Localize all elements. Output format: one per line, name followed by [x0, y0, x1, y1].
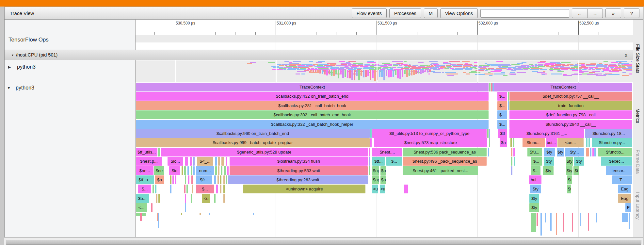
flame-event-bar[interactable]: $iostream.py:334 flush: [230, 157, 368, 166]
nav-forward-button[interactable]: →: [588, 8, 603, 18]
flame-event-sliver[interactable]: [172, 175, 174, 184]
flame-event-sliver[interactable]: [508, 101, 509, 110]
search-input[interactable]: [480, 9, 569, 18]
flame-event-bar[interactable]: bui...: [546, 138, 557, 147]
flame-event-sliver[interactable]: [158, 194, 160, 203]
flame-event-bar[interactable]: $tf_utils.py:513 to_numpy_or_python_type: [372, 129, 487, 138]
flame-event-bar[interactable]: $nest.py:461 _packed_nest...: [403, 166, 478, 175]
flame-event-bar[interactable]: T...: [612, 175, 632, 184]
flame-event-bar[interactable]: $t: [567, 175, 572, 184]
flame-event-bar[interactable]: $threading.py:533 wait: [230, 166, 368, 175]
flame-event-sliver[interactable]: [153, 185, 154, 193]
flame-event-bar[interactable]: $ty: [566, 157, 573, 166]
flame-event-bar[interactable]: $tf: [498, 129, 507, 138]
flame-event-sliver[interactable]: [537, 213, 538, 226]
flame-event-sliver[interactable]: [193, 157, 195, 166]
flame-event-bar[interactable]: $...: [531, 166, 540, 175]
flame-event-bar[interactable]: $ty: [529, 194, 539, 203]
flame-event-bar[interactable]: $ty...: [565, 148, 584, 156]
flame-event-bar[interactable]: <u: [372, 185, 378, 193]
flame-event-bar[interactable]: E: [625, 203, 631, 212]
flame-event-bar[interactable]: $ty: [529, 203, 539, 212]
sidebar-thread-collapsed[interactable]: ▶python3: [5, 61, 136, 73]
view-options-button[interactable]: View Options: [440, 8, 478, 18]
flame-event-sliver[interactable]: [187, 166, 189, 175]
flame-event-bar[interactable]: $function.py...: [592, 138, 632, 147]
flame-event-sliver[interactable]: [191, 175, 193, 184]
flame-event-bar[interactable]: $...: [386, 157, 402, 166]
sidebar-thread-expanded[interactable]: ▼python3: [5, 82, 136, 93]
flame-event-bar[interactable]: $t: [573, 166, 579, 175]
flame-event-bar[interactable]: Eag: [618, 194, 631, 203]
flame-event-sliver[interactable]: [545, 213, 546, 222]
flame-event-sliver[interactable]: [586, 138, 588, 147]
flame-event-sliver[interactable]: [590, 148, 591, 156]
flame-event-sliver[interactable]: [588, 138, 590, 147]
flame-event-bar[interactable]: TraceContext: [494, 83, 632, 91]
flame-event-bar[interactable]: $tf...: [372, 157, 385, 166]
flame-event-sliver[interactable]: [369, 148, 370, 156]
flame-event-bar[interactable]: $ne...: [136, 166, 153, 175]
flame-event-bar[interactable]: $...: [497, 92, 507, 101]
flame-event-sliver[interactable]: [370, 129, 372, 138]
flame-event-bar[interactable]: $t: [567, 185, 571, 193]
flame-event-sliver[interactable]: [588, 213, 589, 231]
flame-event-sliver[interactable]: [140, 213, 142, 221]
flame-event-sliver[interactable]: [220, 175, 221, 184]
flame-event-sliver[interactable]: [369, 166, 370, 175]
flame-event-bar[interactable]: <u: [202, 194, 210, 203]
flame-event-sliver[interactable]: [592, 148, 594, 156]
flame-event-bar[interactable]: $...: [497, 120, 507, 129]
time-ruler[interactable]: 530,500 µs531,000 µs531,500 µs532,000 µs…: [136, 20, 633, 35]
close-group-button[interactable]: X: [624, 50, 628, 60]
flame-event-bar[interactable]: $callbacks.py:999 _batch_update_progbar: [136, 138, 370, 147]
flame-event-bar[interactable]: $callbacks.py:281 _call_batch_hook: [136, 101, 489, 110]
flame-event-sliver[interactable]: [218, 166, 219, 175]
flame-event-sliver[interactable]: [175, 175, 176, 184]
flame-event-sliver[interactable]: [404, 185, 408, 193]
flame-event-sliver[interactable]: [181, 213, 182, 215]
tab-input-latency[interactable]: Input Latency: [635, 192, 640, 220]
flame-event-bar[interactable]: $op: [372, 166, 379, 175]
flame-event-sliver[interactable]: [489, 129, 490, 138]
flame-event-bar[interactable]: $nest.py:573 map_structure: [374, 138, 487, 147]
flame-event-sliver[interactable]: [580, 213, 581, 226]
flame-event-sliver[interactable]: [215, 157, 217, 166]
flame-event-sliver[interactable]: [511, 148, 512, 156]
flame-event-sliver[interactable]: [511, 157, 512, 166]
flame-event-sliver[interactable]: [215, 166, 217, 175]
flame-event-bar[interactable]: $def_function.py:757 __call__: [509, 92, 632, 101]
flame-event-bar[interactable]: $callbacks.py:302 _call_batch_end_hook: [136, 110, 489, 119]
flame-event-bar[interactable]: tensor...: [606, 166, 632, 175]
flame-event-bar[interactable]: $function.py:18...: [585, 129, 632, 138]
flame-event-bar[interactable]: <u: [380, 185, 385, 193]
flame-event-sliver[interactable]: [214, 175, 216, 184]
flame-event-sliver[interactable]: [186, 185, 188, 193]
tab-file-size-stats[interactable]: File Size Stats: [635, 44, 640, 73]
flame-event-bar[interactable]: <unknown> acquire: [243, 185, 365, 193]
flame-event-sliver[interactable]: [185, 157, 188, 166]
chevron-down-icon[interactable]: ▼: [5, 86, 13, 90]
flame-event-bar[interactable]: $ty: [543, 166, 554, 175]
tab-frame-data[interactable]: Frame Data: [635, 150, 640, 174]
flame-event-bar[interactable]: $io: [169, 166, 180, 175]
flame-event-sliver[interactable]: [223, 185, 225, 193]
flame-event-bar[interactable]: $...: [497, 101, 507, 110]
flame-event-bar[interactable]: $generic_utils.py:528 update: [161, 148, 368, 156]
flame-event-sliver[interactable]: [214, 194, 216, 203]
flame-event-bar[interactable]: $callbacks.py:432 on_train_batch_end: [136, 92, 489, 101]
flame-event-sliver[interactable]: [193, 166, 195, 175]
flame-event-sliver[interactable]: [221, 157, 224, 166]
flame-event-bar[interactable]: Eag: [618, 185, 631, 193]
flame-event-sliver[interactable]: [155, 185, 156, 193]
flame-event-bar[interactable]: $...: [196, 185, 214, 193]
flame-event-sliver[interactable]: [190, 157, 192, 166]
flame-event-sliver[interactable]: [514, 157, 515, 166]
flame-event-sliver[interactable]: [556, 213, 557, 235]
flame-event-sliver[interactable]: [489, 138, 490, 147]
bottom-drawer-handle[interactable]: [6, 240, 641, 245]
flame-event-bar[interactable]: $ty: [557, 148, 564, 156]
flame-event-sliver[interactable]: [489, 83, 491, 91]
flame-event-sliver[interactable]: [510, 138, 512, 147]
flame-event-bar[interactable]: $o: [380, 175, 386, 184]
